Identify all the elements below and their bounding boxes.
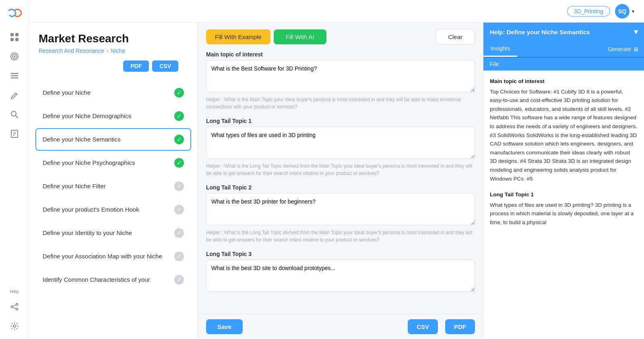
svg-line-21 (13, 305, 16, 306)
sidebar-icon-target[interactable] (6, 48, 23, 64)
breadcrumb: Research And Resonance › Niche (39, 48, 188, 54)
long-tail-1-helper: Helper : What is the Long Tail Topic der… (206, 162, 475, 177)
right-panel-tabs: Insights Generate ⊞ (483, 41, 644, 58)
fill-example-button[interactable]: Fill With Example (206, 29, 270, 44)
nav-item-label: Define your product's Emotion Hook (43, 206, 171, 214)
topbar: 3D_Printing SQ ▾ (29, 0, 644, 23)
svg-rect-10 (11, 77, 18, 79)
nav-item-label: Define your Niche Semantics (43, 135, 171, 144)
content-row: Market Research Research And Resonance ›… (29, 23, 644, 339)
long-tail-3-label: Long Tail Topic 3 (206, 251, 475, 257)
right-panel: Help: Define your Niche Semantics ▾ Insi… (483, 23, 644, 339)
breadcrumb-root[interactable]: Research And Resonance (39, 48, 104, 54)
clear-button[interactable]: Clear (436, 29, 475, 45)
main-topic-group: Main topic of interest Helper : What is … (206, 51, 475, 110)
sidebar-icon-edit[interactable] (6, 87, 23, 103)
svg-line-12 (15, 116, 18, 118)
svg-rect-9 (11, 75, 18, 77)
main-area: 3D_Printing SQ ▾ Market Research Researc… (29, 0, 644, 339)
pdf-csv-row: PDF CSV (39, 57, 188, 75)
sidebar-icon-dashboard[interactable] (6, 29, 23, 45)
center-panel: Fill With Example Fill With AI Clear Mai… (198, 23, 483, 339)
app-logo[interactable] (6, 5, 23, 23)
svg-rect-3 (10, 38, 14, 41)
nav-item-semantics[interactable]: Define your Niche Semantics ✓ (35, 128, 191, 151)
check-icon-green: ✓ (174, 158, 184, 168)
insight-main-text: Top Choices for Software: #1 Cubify 3D I… (490, 87, 638, 183)
svg-point-7 (14, 56, 15, 57)
nav-item-identity[interactable]: Define your Identity to your Niche ✓ (35, 222, 191, 244)
nav-item-association-map[interactable]: Define your Association Map with your Ni… (35, 245, 191, 268)
fill-ai-button[interactable]: Fill With AI (274, 29, 326, 44)
nav-item-psychographics[interactable]: Define your Niche Psychographics ✓ (35, 152, 191, 174)
right-panel-chevron-icon[interactable]: ▾ (634, 27, 638, 36)
svg-line-20 (13, 307, 16, 309)
center-toolbar: Fill With Example Fill With AI Clear (198, 23, 483, 51)
svg-point-18 (11, 306, 13, 308)
right-panel-header: Help: Define your Niche Semantics ▾ (483, 23, 644, 41)
generate-button[interactable]: Generate ⊞ (602, 43, 644, 56)
sidebar-icon-share[interactable] (6, 299, 23, 315)
main-topic-label: Main topic of interest (206, 51, 475, 58)
nav-item-filter[interactable]: Define your Niche Filter ✓ (35, 175, 191, 198)
page-title: Market Research (39, 32, 188, 45)
nav-item-label: Define your Niche Psychographics (43, 159, 171, 167)
nav-item-emotion-hook[interactable]: Define your product's Emotion Hook ✓ (35, 198, 191, 221)
breadcrumb-current[interactable]: Niche (111, 48, 125, 54)
nav-item-label: Define your Identity to your Niche (43, 229, 171, 237)
nav-list: Define your Niche ✓ Define your Niche De… (29, 78, 198, 339)
nav-item-demographics[interactable]: Define your Niche Demographics ✓ (35, 105, 191, 127)
sidebar-icon-settings[interactable] (6, 318, 23, 334)
svg-rect-2 (15, 33, 19, 36)
sidebar-help-label: Help (10, 289, 19, 294)
niche-badge[interactable]: 3D_Printing (567, 6, 610, 17)
csv-button-header[interactable]: CSV (152, 60, 178, 72)
save-button[interactable]: Save (206, 319, 243, 334)
sidebar-icon-search[interactable] (6, 106, 23, 123)
long-tail-2-textarea[interactable] (206, 193, 475, 225)
svg-point-19 (16, 308, 18, 310)
main-topic-helper: Helper : What is the Main Topic your ide… (206, 96, 475, 110)
check-icon-green: ✓ (174, 135, 184, 144)
pdf-button-footer[interactable]: PDF (445, 319, 475, 334)
file-bar[interactable]: File (483, 58, 644, 71)
avatar[interactable]: SQ (615, 4, 630, 19)
topbar-chevron-icon[interactable]: ▾ (632, 8, 634, 14)
tab-insights[interactable]: Insights (483, 41, 517, 57)
long-tail-2-label: Long Tail Topic 2 (206, 184, 475, 191)
breadcrumb-separator: › (107, 48, 109, 54)
svg-rect-4 (15, 38, 19, 41)
nav-item-common-characteristics[interactable]: Identify Common Characteristics of your … (35, 268, 191, 291)
sidebar-icon-list[interactable] (6, 68, 23, 84)
insight-main-label: Main topic of interest (490, 77, 638, 86)
check-icon-gray: ✓ (174, 228, 184, 238)
left-panel: Market Research Research And Resonance ›… (29, 23, 198, 339)
insight-longtail-section: Long Tail Topic 1 What types of files ar… (490, 190, 638, 227)
pdf-button-header[interactable]: PDF (123, 60, 149, 72)
main-topic-textarea[interactable] (206, 60, 475, 92)
right-panel-content: Main topic of interest Top Choices for S… (483, 71, 644, 339)
center-content: Main topic of interest Helper : What is … (198, 51, 483, 314)
long-tail-1-textarea[interactable] (206, 127, 475, 159)
check-icon-green: ✓ (174, 88, 184, 98)
svg-point-22 (13, 325, 16, 327)
long-tail-2-group: Long Tail Topic 2 Helper : What is the L… (206, 184, 475, 243)
nav-item-label: Identify Common Characteristics of your (43, 276, 171, 284)
sidebar: Help (0, 0, 29, 339)
long-tail-1-label: Long Tail Topic 1 (206, 118, 475, 124)
insight-longtail-label: Long Tail Topic 1 (490, 190, 638, 199)
nav-item-label: Define your Association Map with your Ni… (43, 252, 171, 260)
check-icon-gray: ✓ (174, 205, 184, 214)
check-icon-gray: ✓ (174, 181, 184, 191)
long-tail-3-textarea[interactable] (206, 260, 475, 292)
sidebar-icon-notes[interactable] (6, 126, 23, 142)
csv-button-footer[interactable]: CSV (408, 319, 438, 334)
insight-main-section: Main topic of interest Top Choices for S… (490, 77, 638, 183)
generate-icon: ⊞ (634, 46, 638, 52)
nav-item-define-niche[interactable]: Define your Niche ✓ (35, 81, 191, 104)
right-panel-title: Help: Define your Niche Semantics (490, 29, 590, 35)
svg-point-17 (16, 304, 18, 306)
long-tail-2-helper: Helper : What is the Long Tail Topic der… (206, 229, 475, 243)
check-icon-green: ✓ (174, 111, 184, 121)
nav-item-label: Define your Niche (43, 89, 171, 97)
